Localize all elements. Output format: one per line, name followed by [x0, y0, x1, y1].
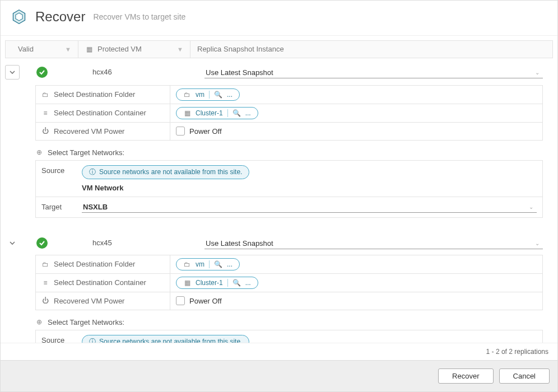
vm-name: hcx45 [53, 239, 199, 247]
networks-heading: ⊕ Select Target Networks: [35, 148, 553, 157]
chevron-down-icon: ⌄ [535, 69, 540, 76]
power-icon: ⏻ [41, 127, 49, 135]
recover-button[interactable]: Recover [438, 368, 493, 384]
networks-table: Source ⓘ Source networks are not availab… [35, 160, 543, 218]
container-label: Select Destination Container [54, 278, 146, 287]
status-ok-icon [36, 67, 48, 78]
svg-marker-1 [16, 13, 22, 21]
dialog-footer: Recover Cancel [1, 360, 557, 391]
recover-dialog: Recover Recover VMs to target site Valid… [0, 0, 558, 392]
dialog-header: Recover Recover VMs to target site [1, 1, 557, 36]
snapshot-value: Use Latest Snapshot [206, 239, 273, 248]
search-icon: 🔍 [232, 279, 241, 287]
snapshot-select[interactable]: Use Latest Snapshot ⌄ [204, 66, 543, 78]
dialog-subtitle: Recover VMs to target site [93, 12, 185, 21]
chevron-down-icon: ⌄ [529, 204, 533, 210]
funnel-icon: ▼ [177, 46, 183, 53]
folder-icon: 🗀 [41, 260, 49, 268]
vm-list-scroll[interactable]: hcx46 Use Latest Snapshot ⌄ 🗀Select Dest… [1, 58, 557, 343]
power-label: Recovered VM Power [54, 127, 124, 136]
power-off-label: Power Off [189, 297, 222, 305]
folder-icon: 🗀 [41, 91, 49, 99]
recover-icon [11, 8, 27, 25]
expand-toggle[interactable] [5, 240, 20, 246]
source-label: Source [36, 330, 76, 343]
filter-replica: Replica Snapshot Instance [190, 41, 552, 58]
power-off-checkbox[interactable]: Power Off [176, 127, 222, 136]
power-off-checkbox[interactable]: Power Off [176, 296, 222, 305]
target-network-select[interactable]: NSXLB ⌄ [82, 202, 537, 213]
snapshot-select[interactable]: Use Latest Snapshot ⌄ [204, 237, 543, 249]
vm-icon: ▦ [85, 45, 93, 53]
expand-toggle[interactable] [5, 65, 20, 80]
dialog-title: Recover [35, 9, 85, 25]
source-network-value: VM Network [82, 184, 537, 192]
container-pill[interactable]: ▦ Cluster-1 🔍... [176, 277, 258, 289]
folder-value: vm [196, 91, 204, 99]
dialog-body: Valid ▼ ▦ Protected VM ▼ Replica Snapsho… [1, 36, 557, 360]
folder-icon: 🗀 [183, 260, 191, 268]
filter-protected-vm[interactable]: ▦ Protected VM ▼ [78, 41, 190, 58]
target-label: Target [36, 197, 76, 217]
search-icon: 🔍 [214, 260, 222, 268]
snapshot-value: Use Latest Snapshot [206, 68, 273, 77]
vm-summary-row: hcx45 Use Latest Snapshot ⌄ [5, 234, 553, 255]
vm-summary-row: hcx46 Use Latest Snapshot ⌄ [5, 62, 553, 85]
source-label: Source [36, 161, 76, 197]
checkbox-box[interactable] [176, 127, 185, 136]
network-icon: ⊕ [35, 318, 43, 326]
vm-block: hcx46 Use Latest Snapshot ⌄ 🗀Select Dest… [5, 62, 553, 218]
search-icon: 🔍 [214, 91, 222, 99]
cluster-icon: ▦ [183, 109, 191, 117]
folder-value: vm [196, 260, 204, 268]
vm-details: 🗀Select Destination Folder 🗀 vm 🔍... ≡Se… [35, 255, 543, 310]
container-pill[interactable]: ▦ Cluster-1 🔍... [176, 107, 258, 119]
filter-pvm-label: Protected VM [97, 45, 142, 53]
vm-block: hcx45 Use Latest Snapshot ⌄ 🗀Select Dest… [5, 234, 553, 343]
search-icon: 🔍 [232, 109, 241, 117]
power-icon: ⏻ [41, 297, 49, 305]
filter-valid[interactable]: Valid ▼ [6, 41, 78, 58]
cancel-button[interactable]: Cancel [499, 368, 550, 384]
folder-label: Select Destination Folder [54, 260, 135, 268]
info-icon: ⓘ [89, 167, 96, 177]
target-network-value: NSXLB [83, 203, 108, 211]
container-label: Select Destination Container [54, 109, 146, 117]
cluster-icon: ▦ [183, 279, 191, 287]
folder-pill[interactable]: 🗀 vm 🔍... [176, 258, 240, 270]
container-icon: ≡ [41, 279, 49, 287]
funnel-icon: ▼ [65, 46, 71, 53]
container-value: Cluster-1 [196, 279, 223, 287]
pagination-count: 1 - 2 of 2 replications [1, 343, 557, 360]
container-icon: ≡ [41, 109, 49, 117]
vm-name: hcx46 [53, 68, 199, 76]
networks-table: Source ⓘ Source networks are not availab… [35, 330, 543, 343]
status-ok-icon [36, 237, 48, 249]
vm-details: 🗀Select Destination Folder 🗀 vm 🔍... ≡Se… [35, 85, 543, 141]
folder-icon: 🗀 [183, 91, 191, 99]
container-value: Cluster-1 [196, 109, 223, 117]
power-off-label: Power Off [189, 127, 222, 136]
networks-heading: ⊕ Select Target Networks: [35, 318, 553, 326]
folder-pill[interactable]: 🗀 vm 🔍... [176, 88, 240, 101]
chevron-down-icon: ⌄ [535, 240, 540, 246]
filter-valid-label: Valid [18, 45, 34, 53]
folder-label: Select Destination Folder [54, 90, 135, 99]
checkbox-box[interactable] [176, 296, 185, 305]
info-icon: ⓘ [89, 337, 96, 343]
power-label: Recovered VM Power [54, 297, 124, 305]
source-warning: ⓘ Source networks are not available from… [82, 335, 249, 343]
filter-replica-label: Replica Snapshot Instance [197, 45, 284, 53]
source-warning: ⓘ Source networks are not available from… [82, 165, 249, 179]
network-icon: ⊕ [35, 148, 43, 156]
filter-bar: Valid ▼ ▦ Protected VM ▼ Replica Snapsho… [5, 40, 553, 58]
